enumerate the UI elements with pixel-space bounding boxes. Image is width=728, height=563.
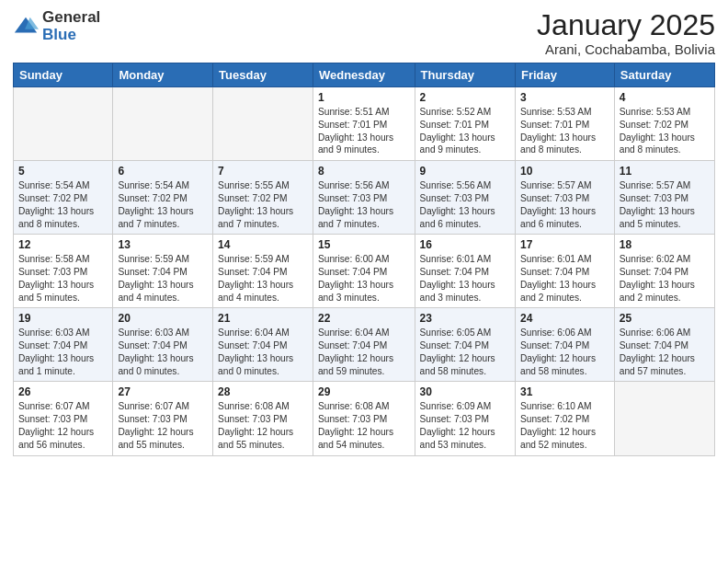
location-title: Arani, Cochabamba, Bolivia <box>537 41 715 57</box>
week-row-5: 26Sunrise: 6:07 AM Sunset: 7:03 PM Dayli… <box>14 382 715 455</box>
table-row: 3Sunrise: 5:53 AM Sunset: 7:01 PM Daylig… <box>515 87 614 161</box>
day-number: 24 <box>520 312 609 325</box>
day-info: Sunrise: 6:07 AM Sunset: 7:03 PM Dayligh… <box>18 400 108 451</box>
day-info: Sunrise: 6:00 AM Sunset: 7:04 PM Dayligh… <box>318 253 410 304</box>
day-info: Sunrise: 5:56 AM Sunset: 7:03 PM Dayligh… <box>318 179 410 230</box>
table-row: 11Sunrise: 5:57 AM Sunset: 7:03 PM Dayli… <box>614 161 714 235</box>
day-info: Sunrise: 5:56 AM Sunset: 7:03 PM Dayligh… <box>420 179 510 230</box>
table-row: 5Sunrise: 5:54 AM Sunset: 7:02 PM Daylig… <box>14 161 113 235</box>
day-number: 19 <box>18 312 108 325</box>
table-row: 15Sunrise: 6:00 AM Sunset: 7:04 PM Dayli… <box>313 235 415 308</box>
table-row: 19Sunrise: 6:03 AM Sunset: 7:04 PM Dayli… <box>14 308 113 382</box>
table-row: 18Sunrise: 6:02 AM Sunset: 7:04 PM Dayli… <box>614 235 714 308</box>
day-number: 31 <box>520 385 609 398</box>
table-row: 10Sunrise: 5:57 AM Sunset: 7:03 PM Dayli… <box>515 161 614 235</box>
logo: General Blue <box>13 9 100 43</box>
month-title: January 2025 <box>537 9 715 41</box>
day-number: 25 <box>620 312 710 325</box>
day-number: 6 <box>118 165 208 178</box>
day-info: Sunrise: 6:09 AM Sunset: 7:03 PM Dayligh… <box>420 400 510 451</box>
col-sunday: Sunday <box>14 63 113 87</box>
col-monday: Monday <box>113 63 213 87</box>
day-number: 14 <box>218 238 308 251</box>
day-info: Sunrise: 5:57 AM Sunset: 7:03 PM Dayligh… <box>620 179 710 230</box>
day-info: Sunrise: 5:59 AM Sunset: 7:04 PM Dayligh… <box>118 253 208 304</box>
day-number: 3 <box>520 91 609 104</box>
day-info: Sunrise: 5:53 AM Sunset: 7:02 PM Dayligh… <box>620 106 710 156</box>
table-row: 17Sunrise: 6:01 AM Sunset: 7:04 PM Dayli… <box>515 235 614 308</box>
day-number: 26 <box>18 385 108 398</box>
table-row: 28Sunrise: 6:08 AM Sunset: 7:03 PM Dayli… <box>213 382 313 455</box>
day-info: Sunrise: 6:04 AM Sunset: 7:04 PM Dayligh… <box>318 327 410 377</box>
day-info: Sunrise: 5:54 AM Sunset: 7:02 PM Dayligh… <box>118 179 208 230</box>
day-info: Sunrise: 6:08 AM Sunset: 7:03 PM Dayligh… <box>218 400 308 451</box>
table-row: 21Sunrise: 6:04 AM Sunset: 7:04 PM Dayli… <box>213 308 313 382</box>
day-info: Sunrise: 5:58 AM Sunset: 7:03 PM Dayligh… <box>18 253 108 304</box>
week-row-1: 1Sunrise: 5:51 AM Sunset: 7:01 PM Daylig… <box>14 87 715 161</box>
table-row: 4Sunrise: 5:53 AM Sunset: 7:02 PM Daylig… <box>614 87 714 161</box>
table-row <box>14 87 113 161</box>
day-info: Sunrise: 5:55 AM Sunset: 7:02 PM Dayligh… <box>218 179 308 230</box>
day-number: 12 <box>18 238 108 251</box>
calendar-table: Sunday Monday Tuesday Wednesday Thursday… <box>13 63 715 455</box>
day-number: 15 <box>318 238 410 251</box>
table-row: 9Sunrise: 5:56 AM Sunset: 7:03 PM Daylig… <box>415 161 515 235</box>
week-row-4: 19Sunrise: 6:03 AM Sunset: 7:04 PM Dayli… <box>14 308 715 382</box>
day-info: Sunrise: 6:04 AM Sunset: 7:04 PM Dayligh… <box>218 327 308 377</box>
table-row: 25Sunrise: 6:06 AM Sunset: 7:04 PM Dayli… <box>614 308 714 382</box>
table-row: 20Sunrise: 6:03 AM Sunset: 7:04 PM Dayli… <box>113 308 213 382</box>
day-info: Sunrise: 6:01 AM Sunset: 7:04 PM Dayligh… <box>520 253 609 304</box>
table-row: 14Sunrise: 5:59 AM Sunset: 7:04 PM Dayli… <box>213 235 313 308</box>
day-info: Sunrise: 6:05 AM Sunset: 7:04 PM Dayligh… <box>420 327 510 377</box>
table-row: 13Sunrise: 5:59 AM Sunset: 7:04 PM Dayli… <box>113 235 213 308</box>
day-info: Sunrise: 6:06 AM Sunset: 7:04 PM Dayligh… <box>520 327 609 377</box>
day-info: Sunrise: 6:02 AM Sunset: 7:04 PM Dayligh… <box>620 253 710 304</box>
day-info: Sunrise: 6:10 AM Sunset: 7:02 PM Dayligh… <box>520 400 609 451</box>
day-number: 7 <box>218 165 308 178</box>
day-number: 18 <box>620 238 710 251</box>
table-row: 31Sunrise: 6:10 AM Sunset: 7:02 PM Dayli… <box>515 382 614 455</box>
day-number: 28 <box>218 385 308 398</box>
day-number: 1 <box>318 91 410 104</box>
day-number: 4 <box>620 91 710 104</box>
day-info: Sunrise: 5:53 AM Sunset: 7:01 PM Dayligh… <box>520 106 609 156</box>
day-number: 13 <box>118 238 208 251</box>
col-tuesday: Tuesday <box>213 63 313 87</box>
table-row: 30Sunrise: 6:09 AM Sunset: 7:03 PM Dayli… <box>415 382 515 455</box>
page: General Blue January 2025 Arani, Cochaba… <box>0 0 728 563</box>
col-friday: Friday <box>515 63 614 87</box>
day-info: Sunrise: 5:57 AM Sunset: 7:03 PM Dayligh… <box>520 179 609 230</box>
header: General Blue January 2025 Arani, Cochaba… <box>13 9 715 57</box>
title-block: January 2025 Arani, Cochabamba, Bolivia <box>537 9 715 57</box>
day-number: 30 <box>420 385 510 398</box>
col-saturday: Saturday <box>614 63 714 87</box>
col-wednesday: Wednesday <box>313 63 415 87</box>
day-info: Sunrise: 5:52 AM Sunset: 7:01 PM Dayligh… <box>420 106 510 156</box>
day-info: Sunrise: 5:54 AM Sunset: 7:02 PM Dayligh… <box>18 179 108 230</box>
calendar-header-row: Sunday Monday Tuesday Wednesday Thursday… <box>14 63 715 87</box>
logo-text: General Blue <box>42 9 100 43</box>
table-row: 7Sunrise: 5:55 AM Sunset: 7:02 PM Daylig… <box>213 161 313 235</box>
day-number: 29 <box>318 385 410 398</box>
logo-icon <box>13 14 39 40</box>
day-number: 17 <box>520 238 609 251</box>
week-row-3: 12Sunrise: 5:58 AM Sunset: 7:03 PM Dayli… <box>14 235 715 308</box>
day-info: Sunrise: 6:06 AM Sunset: 7:04 PM Dayligh… <box>620 327 710 377</box>
table-row: 23Sunrise: 6:05 AM Sunset: 7:04 PM Dayli… <box>415 308 515 382</box>
day-number: 8 <box>318 165 410 178</box>
table-row <box>614 382 714 455</box>
table-row: 12Sunrise: 5:58 AM Sunset: 7:03 PM Dayli… <box>14 235 113 308</box>
table-row: 6Sunrise: 5:54 AM Sunset: 7:02 PM Daylig… <box>113 161 213 235</box>
day-info: Sunrise: 6:08 AM Sunset: 7:03 PM Dayligh… <box>318 400 410 451</box>
table-row: 1Sunrise: 5:51 AM Sunset: 7:01 PM Daylig… <box>313 87 415 161</box>
table-row: 8Sunrise: 5:56 AM Sunset: 7:03 PM Daylig… <box>313 161 415 235</box>
table-row: 26Sunrise: 6:07 AM Sunset: 7:03 PM Dayli… <box>14 382 113 455</box>
day-number: 2 <box>420 91 510 104</box>
day-info: Sunrise: 5:59 AM Sunset: 7:04 PM Dayligh… <box>218 253 308 304</box>
table-row: 2Sunrise: 5:52 AM Sunset: 7:01 PM Daylig… <box>415 87 515 161</box>
table-row <box>213 87 313 161</box>
day-info: Sunrise: 6:03 AM Sunset: 7:04 PM Dayligh… <box>18 327 108 377</box>
logo-blue-text: Blue <box>42 27 100 44</box>
table-row: 22Sunrise: 6:04 AM Sunset: 7:04 PM Dayli… <box>313 308 415 382</box>
day-info: Sunrise: 6:07 AM Sunset: 7:03 PM Dayligh… <box>118 400 208 451</box>
